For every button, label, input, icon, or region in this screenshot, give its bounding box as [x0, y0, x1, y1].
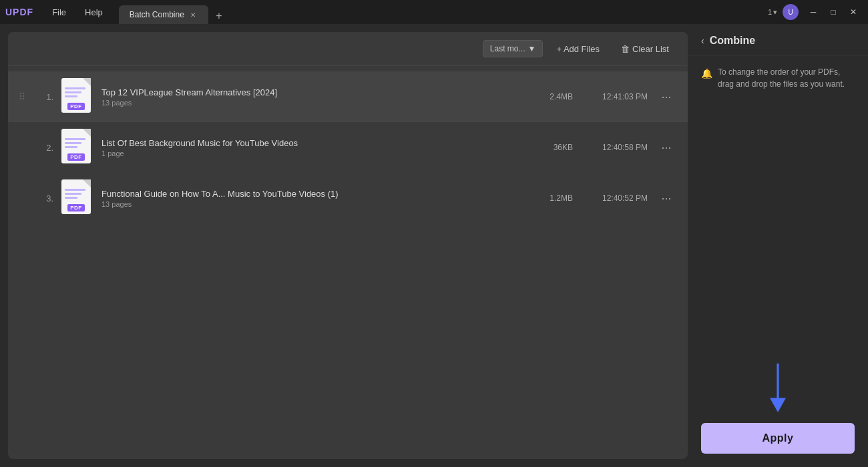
file-list-area: Last mo... ▼ + Add Files 🗑 Clear List ⠿ …: [8, 32, 688, 459]
menu-help[interactable]: Help: [77, 5, 111, 20]
panel-header: ‹ Combine: [688, 24, 868, 55]
file-pages: 13 pages: [101, 99, 511, 107]
pdf-thumbnail: PDF: [61, 78, 93, 115]
file-time: 12:40:58 PM: [581, 143, 648, 152]
titlebar-right: 1 ▾ U ─ □ ✕: [768, 3, 863, 21]
file-name: List Of Best Background Music for YouTub…: [101, 138, 511, 148]
hint-text: To change the order of your PDFs, drag a…: [718, 66, 855, 90]
row-number: 3.: [37, 193, 53, 203]
file-more-button[interactable]: ···: [656, 190, 677, 207]
chevron-down-icon: ▼: [528, 44, 536, 53]
panel-body: 🔔 To change the order of your PDFs, drag…: [688, 55, 868, 351]
version-badge: 1 ▾: [768, 8, 777, 17]
panel-footer: Apply: [688, 351, 868, 467]
window-controls: ─ □ ✕: [804, 3, 863, 21]
file-size: 2.4MB: [519, 92, 573, 101]
back-button[interactable]: ‹: [701, 35, 704, 46]
app-logo: UPDF: [5, 7, 33, 17]
titlebar-menu: File Help: [44, 5, 111, 20]
file-time: 12:41:03 PM: [581, 92, 648, 101]
file-list: ⠿ 1. PDF Top 12 VIPLeague Stream Alterna…: [8, 66, 688, 459]
file-size: 1.2MB: [519, 193, 573, 203]
menu-file[interactable]: File: [44, 5, 74, 20]
titlebar: UPDF File Help Batch Combine ✕ + 1 ▾ U ─…: [0, 0, 868, 24]
tab-label: Batch Combine: [130, 10, 184, 19]
close-button[interactable]: ✕: [844, 3, 863, 21]
panel-hint: 🔔 To change the order of your PDFs, drag…: [701, 66, 855, 90]
pdf-thumbnail: PDF: [61, 129, 93, 166]
drag-handle-icon[interactable]: ⠿: [19, 91, 29, 102]
file-row[interactable]: ⠿ 3. PDF Functional Guide on How To A...…: [8, 173, 688, 223]
file-time: 12:40:52 PM: [581, 193, 648, 203]
right-panel: ‹ Combine 🔔 To change the order of your …: [688, 24, 868, 467]
chevron-down-icon: ▾: [773, 8, 777, 17]
pdf-thumbnail: PDF: [61, 179, 93, 217]
clear-list-button[interactable]: 🗑 Clear List: [613, 41, 677, 57]
clear-list-label: Clear List: [632, 44, 669, 54]
add-files-button[interactable]: + Add Files: [548, 41, 608, 57]
row-number: 2.: [37, 143, 53, 153]
arrow-indicator: [758, 362, 798, 415]
avatar[interactable]: U: [783, 4, 799, 20]
file-list-toolbar: Last mo... ▼ + Add Files 🗑 Clear List: [8, 32, 688, 66]
tab-close-icon[interactable]: ✕: [188, 11, 198, 19]
bell-icon: 🔔: [701, 67, 712, 90]
row-number: 1.: [37, 92, 53, 102]
minimize-button[interactable]: ─: [804, 3, 823, 21]
panel-title: Combine: [710, 35, 755, 47]
file-info: List Of Best Background Music for YouTub…: [101, 138, 511, 157]
main-content: Last mo... ▼ + Add Files 🗑 Clear List ⠿ …: [0, 24, 868, 467]
file-more-button[interactable]: ···: [656, 139, 677, 156]
file-info: Top 12 VIPLeague Stream Alternatives [20…: [101, 87, 511, 107]
maximize-button[interactable]: □: [824, 3, 843, 21]
apply-button[interactable]: Apply: [701, 423, 855, 454]
file-more-button[interactable]: ···: [656, 89, 677, 105]
sort-label: Last mo...: [490, 44, 525, 53]
file-name: Functional Guide on How To A... Music to…: [101, 189, 511, 199]
tabs-area: Batch Combine ✕ +: [119, 0, 227, 24]
file-size: 36KB: [519, 143, 573, 152]
file-pages: 1 page: [101, 149, 511, 157]
new-tab-button[interactable]: +: [211, 8, 227, 24]
svg-marker-1: [770, 398, 786, 412]
trash-icon: 🗑: [621, 44, 630, 54]
sort-button[interactable]: Last mo... ▼: [483, 40, 544, 57]
file-info: Functional Guide on How To A... Music to…: [101, 189, 511, 208]
tab-batch-combine[interactable]: Batch Combine ✕: [119, 5, 208, 24]
file-pages: 13 pages: [101, 200, 511, 208]
file-row[interactable]: ⠿ 2. PDF List Of Best Background Music f…: [8, 122, 688, 173]
file-name: Top 12 VIPLeague Stream Alternatives [20…: [101, 87, 511, 97]
file-row[interactable]: ⠿ 1. PDF Top 12 VIPLeague Stream Alterna…: [8, 71, 688, 122]
